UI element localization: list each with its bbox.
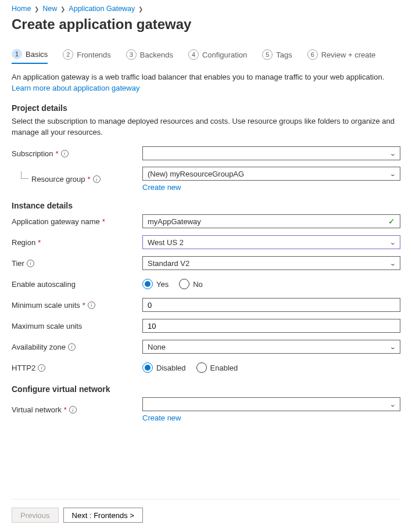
label-avail-zone: Availability zone i <box>12 343 142 351</box>
http2-enabled-radio[interactable]: Enabled <box>196 362 238 373</box>
label-autoscaling: Enable autoscaling <box>12 280 142 289</box>
tab-label: Basics <box>26 50 48 59</box>
label-tier: Tier i <box>12 259 142 268</box>
chevron-down-icon: ⌄ <box>389 171 396 177</box>
autoscaling-yes-radio[interactable]: Yes <box>142 279 169 289</box>
tab-label: Frontends <box>77 51 111 59</box>
http2-radio-group: Disabled Enabled <box>142 362 400 373</box>
http2-disabled-radio[interactable]: Disabled <box>142 362 186 373</box>
radio-icon <box>142 362 153 373</box>
section-project-desc: Select the subscription to manage deploy… <box>12 116 400 138</box>
tab-label: Backends <box>140 51 173 59</box>
tier-select[interactable]: Standard V2 ⌄ <box>142 256 400 270</box>
info-icon[interactable]: i <box>38 364 45 372</box>
label-max-units: Maximum scale units <box>12 322 142 330</box>
gateway-name-input[interactable]: myAppGateway ✓ <box>142 214 400 228</box>
tab-label: Configuration <box>202 51 247 59</box>
autoscaling-radio-group: Yes No <box>142 279 400 289</box>
breadcrumb-home[interactable]: Home <box>12 5 31 13</box>
label-subscription: Subscription* i <box>12 149 142 158</box>
info-icon[interactable]: i <box>27 260 34 267</box>
info-icon[interactable]: i <box>69 406 77 414</box>
info-icon[interactable]: i <box>61 150 69 157</box>
breadcrumb-app-gateway[interactable]: Application Gateway <box>69 5 135 13</box>
wizard-footer: Previous Next : Frontends > <box>12 499 400 523</box>
label-region: Region* <box>12 238 142 247</box>
tab-configuration[interactable]: 4 Configuration <box>188 49 247 64</box>
info-icon[interactable]: i <box>88 301 95 309</box>
tab-number: 4 <box>188 49 199 60</box>
region-select[interactable]: West US 2 ⌄ <box>142 235 400 249</box>
chevron-down-icon: ⌄ <box>389 239 396 246</box>
create-new-resource-group-link[interactable]: Create new <box>142 183 181 192</box>
label-http2: HTTP2 i <box>12 364 142 372</box>
chevron-down-icon: ⌄ <box>389 401 396 408</box>
tab-tags[interactable]: 5 Tags <box>262 49 292 64</box>
chevron-down-icon: ⌄ <box>389 260 396 267</box>
intro-text: An application gateway is a web traffic … <box>12 72 400 94</box>
tab-number: 5 <box>262 49 273 60</box>
tab-number: 1 <box>12 49 22 59</box>
radio-icon <box>179 279 189 289</box>
autoscaling-no-radio[interactable]: No <box>179 279 203 289</box>
learn-more-link[interactable]: Learn more about application gateway <box>12 84 139 92</box>
create-new-vnet-link[interactable]: Create new <box>142 414 181 422</box>
availability-zone-select[interactable]: None ⌄ <box>142 340 400 354</box>
section-instance-details: Instance details <box>12 201 400 210</box>
tab-review[interactable]: 6 Review + create <box>307 49 376 64</box>
subscription-select[interactable]: ⌄ <box>142 146 400 160</box>
virtual-network-select[interactable]: ⌄ <box>142 397 400 411</box>
page-title: Create application gateway <box>12 16 400 33</box>
max-units-input[interactable] <box>142 319 400 333</box>
chevron-right-icon: ❯ <box>60 6 65 12</box>
breadcrumb-new[interactable]: New <box>42 5 57 13</box>
tab-number: 3 <box>126 49 137 60</box>
radio-icon <box>196 362 207 373</box>
breadcrumb: Home ❯ New ❯ Application Gateway ❯ <box>12 5 400 13</box>
info-icon[interactable]: i <box>68 343 76 351</box>
tab-frontends[interactable]: 2 Frontends <box>63 49 111 64</box>
chevron-right-icon: ❯ <box>34 6 39 12</box>
chevron-down-icon: ⌄ <box>389 150 396 157</box>
resource-group-select[interactable]: (New) myResourceGroupAG ⌄ <box>142 167 400 181</box>
next-button[interactable]: Next : Frontends > <box>63 508 143 523</box>
label-min-units: Minimum scale units* i <box>12 301 142 310</box>
radio-icon <box>142 279 153 289</box>
label-virtual-network: Virtual network* i <box>12 405 142 414</box>
tab-basics[interactable]: 1 Basics <box>12 49 48 64</box>
checkmark-icon: ✓ <box>388 217 395 226</box>
tab-label: Tags <box>276 51 292 59</box>
info-icon[interactable]: i <box>93 175 101 183</box>
label-resource-group: Resource group* i <box>12 175 142 184</box>
tab-number: 2 <box>63 49 73 60</box>
chevron-down-icon: ⌄ <box>389 344 396 350</box>
tab-backends[interactable]: 3 Backends <box>126 49 173 64</box>
tab-number: 6 <box>307 49 318 60</box>
section-project-details: Project details <box>12 103 400 113</box>
previous-button: Previous <box>12 508 59 523</box>
section-virtual-network: Configure virtual network <box>12 384 400 394</box>
chevron-right-icon: ❯ <box>138 6 143 12</box>
label-gateway-name: Application gateway name* <box>12 217 142 226</box>
wizard-tabs: 1 Basics 2 Frontends 3 Backends 4 Config… <box>12 49 400 64</box>
tab-label: Review + create <box>321 51 376 59</box>
min-units-input[interactable] <box>142 298 400 312</box>
